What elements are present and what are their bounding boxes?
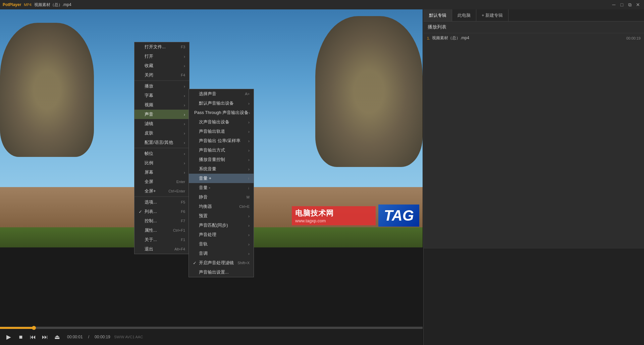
- tree-left: [0, 23, 94, 157]
- menu-separator-2: [135, 148, 189, 148]
- window-title: 视频素材（总）.mp4: [34, 2, 71, 8]
- maximize-button[interactable]: ⧉: [627, 1, 633, 8]
- playlist-tabs: 默认专辑 此电脑 + 新建专辑: [424, 9, 644, 21]
- item-number: 1.: [427, 36, 430, 40]
- submenu-audio-channel[interactable]: 音轨 ›: [189, 239, 254, 249]
- stop-button[interactable]: ■: [16, 332, 25, 342]
- restore-button[interactable]: □: [619, 1, 625, 8]
- menu-fullscreen-plus[interactable]: 全屏+ Ctrl+Enter: [135, 186, 189, 196]
- menu-config[interactable]: 配置/语言/其他 ›: [135, 138, 189, 147]
- minimize-button[interactable]: ─: [610, 1, 617, 8]
- menu-exit[interactable]: 退出 Alt+F4: [135, 244, 189, 254]
- menu-list[interactable]: ✓ 列表... F6: [135, 207, 189, 216]
- menu-screen[interactable]: 屏幕 ›: [135, 168, 189, 177]
- submenu-volume-down[interactable]: 音量 - ↓: [189, 183, 254, 192]
- codec-info: 5W/W AVC1 AAC: [114, 335, 143, 339]
- menu-audio[interactable]: 声音 ›: [135, 110, 189, 119]
- submenu-audio-sync[interactable]: 声音匹配(同步) ›: [189, 221, 254, 230]
- submenu-passthrough[interactable]: Pass Through 声音输出设备 ›: [189, 108, 254, 117]
- item-duration: 00:00:19: [626, 36, 641, 40]
- tab-default-album[interactable]: 默认专辑: [424, 9, 452, 21]
- menu-fullscreen[interactable]: 全屏 Enter: [135, 177, 189, 186]
- watermark-container: 电脑技术网 www.tagxp.com TAG: [292, 200, 419, 231]
- menu-favorites[interactable]: 收藏 ›: [135, 61, 189, 70]
- menu-open[interactable]: 打开 ›: [135, 52, 189, 61]
- submenu-mute[interactable]: 静音 M: [189, 192, 254, 202]
- menu-frame[interactable]: 帧位 ›: [135, 149, 189, 158]
- submenu-default-output[interactable]: 默认声音输出设备 ›: [189, 99, 254, 108]
- watermark-text: 电脑技术网 www.tagxp.com: [292, 206, 376, 225]
- control-bar: ▶ ■ ⏮ ⏭ ⏏ 00:00:01 / 00:00:19 5W/W AVC1 …: [0, 327, 423, 345]
- watermark-tag: TAG: [378, 205, 419, 227]
- playlist-title: 播放列表: [424, 21, 644, 33]
- menu-subtitle[interactable]: 字幕 ›: [135, 91, 189, 100]
- menu-filter[interactable]: 滤镜 ›: [135, 119, 189, 128]
- seek-fill: [0, 327, 34, 329]
- menu-separator-3: [135, 196, 189, 197]
- menu-video[interactable]: 视频 ›: [135, 100, 189, 110]
- next-button[interactable]: ⏭: [40, 332, 50, 342]
- app-logo[interactable]: PotPlayer: [3, 2, 21, 7]
- submenu-secondary-output[interactable]: 次声音输出设备 ›: [189, 117, 254, 127]
- tab-this-pc[interactable]: 此电脑: [452, 9, 476, 21]
- watermark-title: 电脑技术网: [295, 208, 372, 218]
- submenu-audio-output-mode[interactable]: 声音输出方式 ›: [189, 146, 254, 155]
- seek-handle[interactable]: [32, 326, 36, 330]
- submenu-preset[interactable]: 预置 ›: [189, 211, 254, 221]
- submenu-audio-bitrate[interactable]: 声音输出 位率/采样率 ›: [189, 136, 254, 146]
- prev-button[interactable]: ⏮: [28, 332, 38, 342]
- menu-options[interactable]: 选项... F5: [135, 197, 189, 207]
- tab-new-album[interactable]: + 新建专辑: [476, 9, 508, 21]
- submenu-equalizer[interactable]: 均衡器 Ctrl+E: [189, 202, 254, 211]
- playlist-panel: 默认专辑 此电脑 + 新建专辑 播放列表 1. 视频素材（总）.mp4 00:0…: [423, 9, 644, 257]
- menu-about[interactable]: 关于... F1: [135, 235, 189, 244]
- menu-open-file[interactable]: 打开文件... F3: [135, 42, 189, 52]
- close-button[interactable]: ✕: [635, 1, 641, 8]
- submenu-audio-process[interactable]: 声音处理 ›: [189, 230, 254, 239]
- audio-submenu: 选择声音 A> 默认声音输出设备 › Pass Through 声音输出设备 ›…: [189, 89, 254, 277]
- submenu-pitch[interactable]: 音调 ›: [189, 249, 254, 258]
- titlebar: PotPlayer MP4 视频素材（总）.mp4 ─ □ ⧉ ✕: [0, 0, 644, 9]
- submenu-audio-output-settings[interactable]: 声音输出设置...: [189, 268, 254, 277]
- controls-row: ▶ ■ ⏮ ⏭ ⏏ 00:00:01 / 00:00:19 5W/W AVC1 …: [0, 330, 423, 344]
- submenu-audio-track[interactable]: 声音输出轨道 ›: [189, 127, 254, 136]
- submenu-system-volume[interactable]: 系统音量 ›: [189, 164, 254, 174]
- submenu-enable-filter[interactable]: ✓ 开启声音处理滤镜 Shift+X: [189, 258, 254, 268]
- time-separator: /: [88, 335, 89, 339]
- play-button[interactable]: ▶: [4, 332, 13, 342]
- menu-skin[interactable]: 皮肤 ›: [135, 128, 189, 138]
- menu-play[interactable]: 播放 ›: [135, 81, 189, 91]
- item-name: 视频素材（总）.mp4: [432, 35, 626, 41]
- list-item[interactable]: 1. 视频素材（总）.mp4 00:00:19: [424, 33, 644, 43]
- submenu-select-audio[interactable]: 选择声音 A>: [189, 89, 254, 99]
- time-total: 00:00:19: [95, 335, 110, 339]
- time-current: 00:00:01: [67, 335, 83, 339]
- tree-right: [315, 16, 423, 167]
- bottom-panel: [423, 248, 644, 345]
- open-button[interactable]: ⏏: [52, 332, 62, 342]
- window-controls: ─ □ ⧉ ✕: [610, 1, 641, 8]
- menu-control[interactable]: 控制... F7: [135, 216, 189, 226]
- submenu-volume-up[interactable]: 音量 + ↑: [189, 174, 254, 183]
- menu-separator-1: [135, 80, 189, 81]
- submenu-volume-control[interactable]: 播放音量控制 ›: [189, 155, 254, 164]
- menu-properties[interactable]: 属性... Ctrl+F1: [135, 226, 189, 235]
- menu-close[interactable]: 关闭 F4: [135, 70, 189, 80]
- watermark-url: www.tagxp.com: [295, 218, 372, 223]
- seek-bar[interactable]: [0, 327, 423, 329]
- format-badge: MP4: [24, 3, 32, 7]
- menu-ratio[interactable]: 比例 ›: [135, 158, 189, 168]
- context-menu: 打开文件... F3 打开 › 收藏 › 关闭 F4 播放 › 字幕 › 视频 …: [134, 42, 190, 254]
